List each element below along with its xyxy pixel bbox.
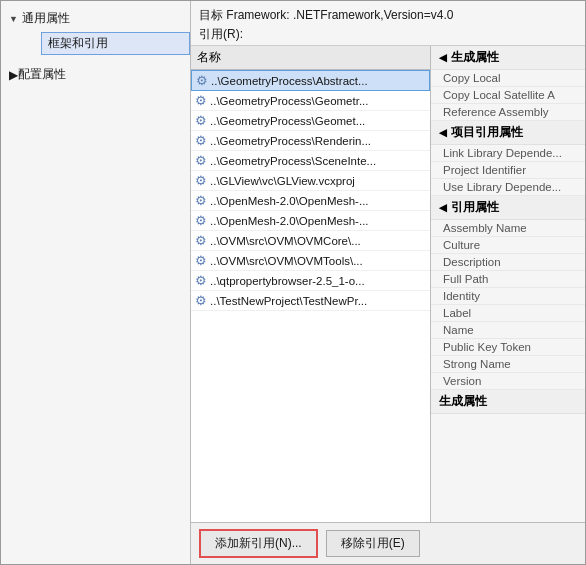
- bottom-bar: 添加新引用(N)... 移除引用(E): [191, 522, 585, 564]
- ref-item-text: ..\GeometryProcess\Abstract...: [211, 75, 368, 87]
- right-panel: 目标 Framework: .NETFramework,Version=v4.0…: [191, 1, 585, 564]
- reference-section-header[interactable]: ◀ 引用属性: [431, 196, 585, 220]
- props-row: Link Library Depende...: [431, 145, 585, 162]
- prop-key: Identity: [443, 290, 563, 302]
- ref-item-text: ..\OVM\src\OVM\OVMCore\...: [210, 235, 361, 247]
- ref-list-header: 名称: [191, 46, 430, 70]
- config-arrow-icon: ▶: [9, 68, 18, 82]
- props-row: Reference Assembly: [431, 104, 585, 121]
- ref-icon: ⚙: [195, 193, 207, 208]
- ref-item-text: ..\GeometryProcess\SceneInte...: [210, 155, 376, 167]
- props-row: Use Library Depende...: [431, 179, 585, 196]
- bottom-section-header[interactable]: 生成属性: [431, 390, 585, 414]
- bottom-section-label: 生成属性: [439, 393, 487, 410]
- ref-list-item[interactable]: ⚙..\OVM\src\OVM\OVMTools\...: [191, 251, 430, 271]
- ref-list-item[interactable]: ⚙..\GeometryProcess\Abstract...: [191, 70, 430, 91]
- prop-key: Link Library Depende...: [443, 147, 563, 159]
- prop-key: Public Key Token: [443, 341, 563, 353]
- add-reference-button[interactable]: 添加新引用(N)...: [199, 529, 318, 558]
- project-props-section: ◀ 项目引用属性 Link Library Depende...Project …: [431, 121, 585, 196]
- ref-list-item[interactable]: ⚙..\GeometryProcess\Geometr...: [191, 91, 430, 111]
- sidebar-item-frameworks[interactable]: 框架和引用: [41, 32, 190, 55]
- prop-key: Description: [443, 256, 563, 268]
- props-row: Version: [431, 373, 585, 390]
- props-row: Label: [431, 305, 585, 322]
- ref-item-text: ..\GeometryProcess\Renderin...: [210, 135, 371, 147]
- sidebar: ▼ 通用属性 框架和引用 ▶ 配置属性: [1, 1, 191, 564]
- ref-item-text: ..\TestNewProject\TestNewPr...: [210, 295, 367, 307]
- ref-list-header-label: 名称: [197, 50, 221, 64]
- sidebar-item-config[interactable]: ▶ 配置属性: [1, 63, 190, 86]
- top-bar: 目标 Framework: .NETFramework,Version=v4.0…: [191, 1, 585, 46]
- ref-icon: ⚙: [195, 173, 207, 188]
- props-row: Identity: [431, 288, 585, 305]
- expand-arrow-icon: ▼: [9, 14, 18, 24]
- build-arrow-icon: ◀: [439, 52, 447, 63]
- props-row: Copy Local: [431, 70, 585, 87]
- ref-icon: ⚙: [196, 73, 208, 88]
- ref-list[interactable]: ⚙..\GeometryProcess\Abstract...⚙..\Geome…: [191, 70, 430, 522]
- ref-icon: ⚙: [195, 273, 207, 288]
- ref-icon: ⚙: [195, 233, 207, 248]
- prop-key: Culture: [443, 239, 563, 251]
- prop-key: Strong Name: [443, 358, 563, 370]
- ref-item-text: ..\OpenMesh-2.0\OpenMesh-...: [210, 215, 369, 227]
- project-section-header[interactable]: ◀ 项目引用属性: [431, 121, 585, 145]
- ref-list-panel: 名称 ⚙..\GeometryProcess\Abstract...⚙..\Ge…: [191, 46, 431, 522]
- props-row: Culture: [431, 237, 585, 254]
- prop-key: Version: [443, 375, 563, 387]
- ref-list-item[interactable]: ⚙..\qtpropertybrowser-2.5_1-o...: [191, 271, 430, 291]
- props-row: Project Identifier: [431, 162, 585, 179]
- ref-icon: ⚙: [195, 93, 207, 108]
- prop-key: Full Path: [443, 273, 563, 285]
- ref-item-text: ..\OVM\src\OVM\OVMTools\...: [210, 255, 363, 267]
- props-row: Description: [431, 254, 585, 271]
- prop-key: Copy Local Satellite A: [443, 89, 563, 101]
- props-row: Strong Name: [431, 356, 585, 373]
- props-row: Public Key Token: [431, 339, 585, 356]
- build-props-section: ◀ 生成属性 Copy LocalCopy Local Satellite AR…: [431, 46, 585, 121]
- reference-arrow-icon: ◀: [439, 202, 447, 213]
- ref-icon: ⚙: [195, 293, 207, 308]
- props-panel: ◀ 生成属性 Copy LocalCopy Local Satellite AR…: [431, 46, 585, 522]
- sidebar-general-label: 通用属性: [22, 10, 70, 27]
- ref-list-item[interactable]: ⚙..\TestNewProject\TestNewPr...: [191, 291, 430, 311]
- ref-item-text: ..\GeometryProcess\Geomet...: [210, 115, 365, 127]
- ref-list-item[interactable]: ⚙..\GeometryProcess\Renderin...: [191, 131, 430, 151]
- prop-key: Project Identifier: [443, 164, 563, 176]
- ref-list-item[interactable]: ⚙..\GLView\vc\GLView.vcxproj: [191, 171, 430, 191]
- references-label: 引用(R):: [199, 26, 577, 43]
- ref-list-item[interactable]: ⚙..\GeometryProcess\SceneInte...: [191, 151, 430, 171]
- ref-list-item[interactable]: ⚙..\GeometryProcess\Geomet...: [191, 111, 430, 131]
- ref-icon: ⚙: [195, 113, 207, 128]
- reference-props-section: ◀ 引用属性 Assembly NameCultureDescriptionFu…: [431, 196, 585, 390]
- bottom-section: 生成属性: [431, 390, 585, 414]
- ref-item-text: ..\GeometryProcess\Geometr...: [210, 95, 369, 107]
- prop-key: Name: [443, 324, 563, 336]
- ref-icon: ⚙: [195, 253, 207, 268]
- project-section-label: 项目引用属性: [451, 124, 523, 141]
- ref-list-item[interactable]: ⚙..\OpenMesh-2.0\OpenMesh-...: [191, 211, 430, 231]
- props-row: Assembly Name: [431, 220, 585, 237]
- ref-list-item[interactable]: ⚙..\OVM\src\OVM\OVMCore\...: [191, 231, 430, 251]
- content-area: 名称 ⚙..\GeometryProcess\Abstract...⚙..\Ge…: [191, 46, 585, 522]
- reference-section-label: 引用属性: [451, 199, 499, 216]
- project-arrow-icon: ◀: [439, 127, 447, 138]
- prop-key: Copy Local: [443, 72, 563, 84]
- sidebar-item-general[interactable]: ▼ 通用属性: [1, 7, 190, 30]
- prop-key: Label: [443, 307, 563, 319]
- remove-reference-button[interactable]: 移除引用(E): [326, 530, 420, 557]
- ref-list-item[interactable]: ⚙..\OpenMesh-2.0\OpenMesh-...: [191, 191, 430, 211]
- props-row: Name: [431, 322, 585, 339]
- ref-icon: ⚙: [195, 133, 207, 148]
- sidebar-frameworks-label: 框架和引用: [48, 36, 108, 50]
- props-row: Full Path: [431, 271, 585, 288]
- ref-item-text: ..\qtpropertybrowser-2.5_1-o...: [210, 275, 365, 287]
- prop-key: Use Library Depende...: [443, 181, 563, 193]
- ref-icon: ⚙: [195, 213, 207, 228]
- build-section-header[interactable]: ◀ 生成属性: [431, 46, 585, 70]
- ref-item-text: ..\OpenMesh-2.0\OpenMesh-...: [210, 195, 369, 207]
- framework-info: 目标 Framework: .NETFramework,Version=v4.0: [199, 7, 577, 24]
- props-row: Copy Local Satellite A: [431, 87, 585, 104]
- prop-key: Assembly Name: [443, 222, 563, 234]
